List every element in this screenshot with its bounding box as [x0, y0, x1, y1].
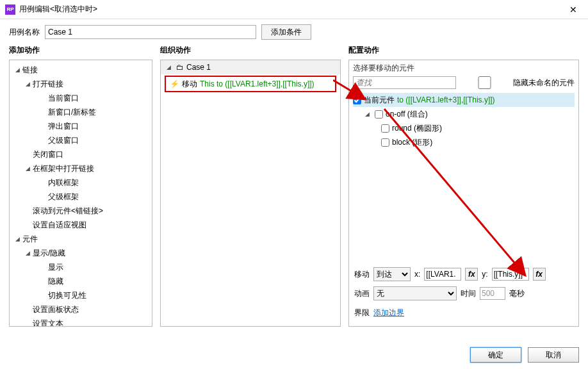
- round-checkbox[interactable]: [381, 124, 389, 133]
- tree-item[interactable]: 设置自适应视图: [10, 218, 152, 232]
- add-condition-button[interactable]: 添加条件: [261, 24, 311, 40]
- tree-item[interactable]: ◢显示/隐藏: [10, 246, 152, 260]
- tree-item[interactable]: ◢打开链接: [10, 77, 152, 91]
- y-input[interactable]: [492, 268, 529, 281]
- chevron-down-icon: ◢: [24, 80, 31, 88]
- select-widget-label: 选择要移动的元件: [353, 63, 575, 74]
- chevron-down-icon: ◢: [13, 66, 21, 74]
- tree-label: 新窗口/新标签: [48, 107, 96, 118]
- move-label: 移动: [354, 269, 370, 280]
- group-row[interactable]: ◢ on-off (组合): [353, 107, 575, 121]
- chevron-down-icon: ◢: [363, 110, 371, 118]
- tree-label: 设置面板状态: [33, 304, 79, 315]
- case-name-input[interactable]: [45, 25, 256, 39]
- tree-item[interactable]: ◢在框架中打开链接: [10, 161, 152, 176]
- group-label: on-off (组合): [386, 109, 428, 120]
- spacer: [24, 320, 31, 327]
- configure-title: 配置动作: [348, 45, 579, 56]
- tree-item[interactable]: ◢元件: [10, 232, 152, 246]
- case-label: Case 1: [186, 63, 211, 72]
- time-unit: 毫秒: [509, 288, 525, 299]
- tree-item[interactable]: 关闭窗口: [10, 147, 152, 161]
- y-label: y:: [482, 270, 487, 279]
- x-input[interactable]: [424, 268, 461, 281]
- lightning-icon: ⚡: [170, 79, 179, 88]
- tree-item[interactable]: 父级框架: [10, 190, 152, 204]
- spacer: [39, 277, 47, 285]
- current-widget-row[interactable]: 当前元件 to ([[LVAR1.left+3]],[[This.y]]): [353, 93, 575, 107]
- tree-label: 当前窗口: [48, 93, 79, 104]
- spacer: [39, 136, 47, 144]
- block-checkbox[interactable]: [381, 138, 389, 147]
- tree-item[interactable]: ◢链接: [10, 63, 152, 77]
- spacer: [39, 94, 47, 102]
- titlebar: RP 用例编辑<取消选中时> ✕: [0, 0, 588, 19]
- spacer: [24, 151, 31, 158]
- tree-label: 显示: [48, 262, 63, 273]
- add-boundary-link[interactable]: 添加边界: [373, 308, 404, 318]
- tree-item[interactable]: 内联框架: [10, 176, 152, 190]
- ok-button[interactable]: 确定: [470, 347, 521, 363]
- tree-label: 设置文本: [33, 318, 63, 327]
- anim-label: 动画: [354, 288, 370, 299]
- spacer: [24, 306, 31, 313]
- spacer: [39, 122, 47, 130]
- fx-y-button[interactable]: fx: [533, 268, 546, 281]
- tree-item[interactable]: 切换可见性: [10, 288, 152, 302]
- app-icon: RP: [5, 4, 15, 15]
- organize-panel: ◢ 🗀 Case 1 ⚡ 移动 This to ([[LVAR1.left+3]…: [160, 60, 341, 327]
- action-tree-panel[interactable]: ◢链接◢打开链接当前窗口新窗口/新标签弹出窗口父级窗口关闭窗口◢在框架中打开链接…: [9, 60, 152, 327]
- move-action-row[interactable]: ⚡ 移动 This to ([[LVAR1.left+3]],[[This.y]…: [165, 76, 336, 92]
- folder-icon: 🗀: [176, 63, 184, 72]
- group-checkbox[interactable]: [375, 110, 383, 119]
- tree-label: 显示/隐藏: [33, 248, 65, 259]
- search-input[interactable]: [353, 76, 456, 89]
- hide-unnamed-checkbox[interactable]: [460, 76, 509, 89]
- tree-item[interactable]: 当前窗口: [10, 91, 152, 105]
- block-row[interactable]: block (矩形): [353, 135, 575, 149]
- round-row[interactable]: round (椭圆形): [353, 121, 575, 135]
- hide-unnamed-label: 隐藏未命名的元件: [513, 78, 575, 88]
- tree-label: 链接: [22, 65, 38, 76]
- spacer: [39, 179, 47, 186]
- round-label: round (椭圆形): [392, 123, 442, 134]
- case-row[interactable]: ◢ 🗀 Case 1: [161, 60, 340, 74]
- tree-item[interactable]: 设置文本: [10, 316, 152, 327]
- fx-x-button[interactable]: fx: [465, 268, 478, 281]
- bound-label: 界限: [354, 308, 370, 318]
- tree-item[interactable]: 设置面板状态: [10, 302, 152, 316]
- tree-label: 元件: [22, 234, 38, 245]
- window-title: 用例编辑<取消选中时>: [19, 4, 564, 15]
- tree-item[interactable]: 隐藏: [10, 274, 152, 288]
- tree-item[interactable]: 滚动到元件<错链接>: [10, 204, 152, 218]
- chevron-down-icon: ◢: [13, 235, 21, 243]
- case-name-label: 用例名称: [9, 27, 40, 38]
- cancel-button[interactable]: 取消: [528, 347, 579, 363]
- tree-label: 内联框架: [48, 177, 79, 188]
- tree-label: 设置自适应视图: [33, 220, 86, 231]
- organize-title: 组织动作: [160, 45, 341, 56]
- tree-label: 打开链接: [33, 79, 63, 90]
- block-label: block (矩形): [392, 137, 432, 148]
- tree-item[interactable]: 新窗口/新标签: [10, 105, 152, 119]
- current-checkbox[interactable]: [353, 96, 361, 104]
- time-input[interactable]: [480, 287, 505, 300]
- spacer: [39, 291, 47, 299]
- tree-item[interactable]: 弹出窗口: [10, 119, 152, 133]
- add-action-title: 添加动作: [9, 45, 152, 56]
- close-icon[interactable]: ✕: [564, 0, 583, 19]
- name-bar: 用例名称 添加条件: [0, 19, 588, 45]
- action-detail: This to ([[LVAR1.left+3]],[[This.y]]): [200, 79, 314, 88]
- chevron-down-icon: ◢: [165, 63, 172, 71]
- current-label: 当前元件: [364, 95, 395, 106]
- spacer: [24, 221, 31, 229]
- time-label: 时间: [461, 288, 476, 299]
- spacer: [24, 207, 31, 215]
- tree-item[interactable]: 父级窗口: [10, 133, 152, 147]
- move-mode-select[interactable]: 到达: [373, 267, 411, 281]
- tree-label: 关闭窗口: [33, 149, 63, 160]
- tree-item[interactable]: 显示: [10, 260, 152, 274]
- anim-mode-select[interactable]: 无: [373, 286, 457, 300]
- tree-label: 父级框架: [48, 192, 79, 202]
- x-label: x:: [414, 270, 420, 279]
